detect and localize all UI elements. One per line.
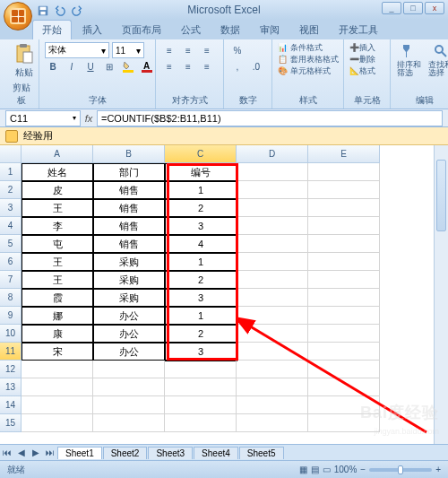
border-button[interactable]: ⊞	[101, 58, 117, 74]
undo-icon[interactable]	[53, 4, 67, 18]
font-name-combo[interactable]: 宋体▾	[45, 42, 109, 58]
tab-review[interactable]: 审阅	[251, 21, 289, 39]
formula-bar[interactable]: =COUNTIF($B$2:B11,B11)	[97, 110, 443, 126]
cell[interactable]	[237, 289, 308, 307]
cell[interactable]	[308, 378, 380, 396]
paste-button[interactable]: 粘贴	[9, 42, 39, 80]
select-all-corner[interactable]	[0, 145, 22, 163]
sort-filter-button[interactable]: 排序和 筛选	[396, 42, 422, 78]
zoom-out-button[interactable]: −	[360, 465, 366, 474]
bold-button[interactable]: B	[45, 58, 61, 74]
cell[interactable]: 采购	[93, 289, 165, 307]
sheet-tab[interactable]: Sheet3	[148, 447, 193, 459]
tab-developer[interactable]: 开发工具	[330, 21, 387, 39]
tab-data[interactable]: 数据	[211, 21, 249, 39]
cell[interactable]: 宋	[22, 343, 93, 361]
cell[interactable]	[308, 217, 380, 235]
tab-home[interactable]: 开始	[32, 20, 72, 39]
cell[interactable]	[308, 235, 380, 253]
fx-icon[interactable]: fx	[81, 113, 97, 124]
tab-nav-first-icon[interactable]: ⏮	[0, 446, 14, 460]
cell[interactable]	[237, 253, 308, 271]
cell[interactable]	[237, 396, 308, 414]
row-header[interactable]: 9	[0, 307, 22, 325]
cell[interactable]	[237, 343, 308, 361]
cell[interactable]: 娜	[22, 307, 93, 325]
row-header[interactable]: 12	[0, 361, 22, 378]
cell[interactable]: 销售	[93, 235, 165, 253]
close-button[interactable]: x	[425, 2, 444, 14]
cell[interactable]: 霞	[22, 289, 93, 307]
cell[interactable]	[22, 378, 93, 396]
fill-color-button[interactable]	[120, 58, 136, 74]
cell[interactable]: 办公	[93, 307, 165, 325]
cell[interactable]: 3	[165, 343, 237, 361]
cell[interactable]: 销售	[93, 217, 165, 235]
comma-icon[interactable]: ,	[229, 58, 246, 74]
cell[interactable]	[237, 361, 308, 378]
cell[interactable]	[165, 414, 237, 432]
zoom-in-button[interactable]: +	[435, 465, 441, 474]
row-header[interactable]: 10	[0, 325, 22, 343]
cell[interactable]	[93, 378, 165, 396]
delete-button[interactable]: ➖删除	[349, 54, 384, 65]
align-top-icon[interactable]: ≡	[161, 42, 177, 58]
cell[interactable]	[308, 289, 380, 307]
cell[interactable]	[237, 163, 308, 181]
cell[interactable]: 3	[165, 289, 237, 307]
cell[interactable]	[308, 325, 380, 343]
redo-icon[interactable]	[70, 4, 84, 18]
cell[interactable]	[22, 414, 93, 432]
tab-view[interactable]: 视图	[290, 21, 328, 39]
name-box[interactable]: C11▾	[5, 110, 81, 126]
cell[interactable]	[237, 414, 308, 432]
zoom-level[interactable]: 100%	[334, 465, 358, 474]
cell[interactable]	[93, 361, 165, 378]
cell[interactable]	[237, 217, 308, 235]
cell[interactable]	[93, 414, 165, 432]
col-header[interactable]: A	[22, 145, 93, 163]
row-header[interactable]: 4	[0, 217, 22, 235]
scrollbar-thumb[interactable]	[436, 160, 446, 231]
cell[interactable]: 采购	[93, 253, 165, 271]
row-header[interactable]: 11	[0, 343, 22, 361]
cell[interactable]: 1	[165, 253, 237, 271]
row-header[interactable]: 3	[0, 199, 22, 217]
cell[interactable]: 王	[22, 199, 93, 217]
cell[interactable]	[308, 361, 380, 378]
sheet-tab[interactable]: Sheet1	[57, 447, 102, 459]
cell[interactable]	[308, 307, 380, 325]
minimize-button[interactable]: _	[382, 2, 401, 14]
cell[interactable]: 1	[165, 181, 237, 199]
find-select-button[interactable]: 查找和 选择	[427, 42, 448, 78]
col-header[interactable]: B	[93, 145, 165, 163]
cell[interactable]: 1	[165, 307, 237, 325]
format-button[interactable]: 📐格式	[349, 65, 384, 77]
cell[interactable]	[237, 307, 308, 325]
maximize-button[interactable]: □	[403, 2, 423, 14]
cell[interactable]	[22, 361, 93, 378]
cell[interactable]: 编号	[165, 163, 237, 181]
view-break-icon[interactable]: ▭	[323, 465, 331, 474]
italic-button[interactable]: I	[64, 58, 80, 74]
sheet-tab[interactable]: Sheet5	[239, 447, 284, 459]
cell[interactable]: 姓名	[22, 163, 93, 181]
row-header[interactable]: 14	[0, 396, 22, 414]
row-header[interactable]: 13	[0, 378, 22, 396]
cell[interactable]	[308, 343, 380, 361]
vertical-scrollbar[interactable]	[434, 145, 448, 459]
cell[interactable]	[308, 253, 380, 271]
cell[interactable]: 2	[165, 325, 237, 343]
align-left-icon[interactable]: ≡	[161, 58, 177, 74]
decimal-inc-icon[interactable]: .0	[248, 58, 264, 74]
row-header[interactable]: 2	[0, 181, 22, 199]
cell[interactable]: 4	[165, 235, 237, 253]
cell[interactable]: 办公	[93, 325, 165, 343]
cell[interactable]: 屯	[22, 235, 93, 253]
cell[interactable]: 2	[165, 199, 237, 217]
row-header[interactable]: 1	[0, 163, 22, 181]
cell[interactable]	[165, 396, 237, 414]
cell[interactable]: 2	[165, 271, 237, 289]
cond-format-button[interactable]: 📊 条件格式	[278, 42, 338, 54]
cell[interactable]	[237, 378, 308, 396]
